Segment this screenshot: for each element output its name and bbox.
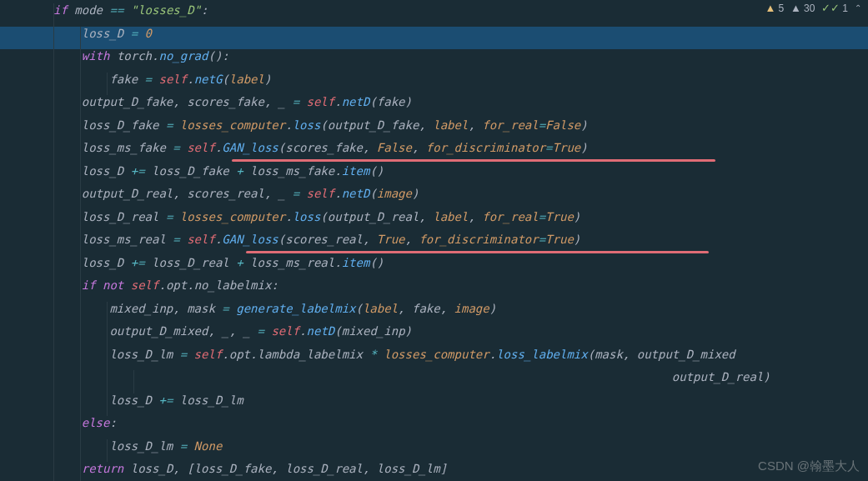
warning-icon: ▲ xyxy=(790,2,801,14)
code-line[interactable]: output_D_fake, scores_fake, _ = self.net… xyxy=(0,95,868,118)
code-line[interactable]: loss_ms_fake = self.GAN_loss(scores_fake… xyxy=(0,141,868,164)
annotation-underline-1 xyxy=(232,159,715,162)
code-line[interactable]: mixed_inp, mask = generate_labelmix(labe… xyxy=(0,302,868,325)
code-line[interactable]: output_D_real) xyxy=(0,370,868,393)
watermark: CSDN @翰墨大人 xyxy=(758,458,860,474)
code-line[interactable]: output_D_real, scores_real, _ = self.net… xyxy=(0,187,868,210)
warn1-count: 5 xyxy=(778,3,784,14)
editor-area: ▲ 5 ▲ 30 ✓✓ 1 ⌃ if mode == "losses_D": l… xyxy=(0,0,868,481)
code-line[interactable]: with torch.no_grad(): xyxy=(0,49,868,73)
warn2-count: 30 xyxy=(804,3,815,14)
code-line[interactable]: loss_D_lm = None xyxy=(0,439,868,463)
code-line[interactable]: loss_ms_real = self.GAN_loss(scores_real… xyxy=(0,233,868,256)
scroll-up-icon[interactable]: ⌃ xyxy=(855,3,861,13)
code-line[interactable]: loss_D_real = losses_computer.loss(outpu… xyxy=(0,210,868,233)
status-bar: ▲ 5 ▲ 30 ✓✓ 1 ⌃ xyxy=(765,2,861,14)
check-icon: ✓✓ xyxy=(821,2,840,14)
code-line[interactable]: loss_D += loss_D_lm xyxy=(0,393,868,417)
code-line[interactable]: if mode == "losses_D": xyxy=(0,3,868,27)
code-line[interactable]: loss_D_lm = self.opt.lambda_labelmix * l… xyxy=(0,348,868,371)
code-line[interactable]: else: xyxy=(0,416,868,439)
code-line[interactable]: output_D_mixed, _, _ = self.netD(mixed_i… xyxy=(0,324,868,348)
code-line[interactable]: return loss_D, [loss_D_fake, loss_D_real… xyxy=(0,462,868,481)
code-line[interactable]: loss_D += loss_D_real + loss_ms_real.ite… xyxy=(0,256,868,279)
check-count[interactable]: ✓✓ 1 xyxy=(821,2,848,14)
check-count-val: 1 xyxy=(842,3,848,14)
warning-icon: ▲ xyxy=(765,2,776,14)
code-content[interactable]: if mode == "losses_D": loss_D = 0 with t… xyxy=(0,3,868,481)
warning-count-1[interactable]: ▲ 5 xyxy=(765,2,785,14)
code-line-highlighted[interactable]: loss_D = 0 xyxy=(0,27,868,50)
warning-count-2[interactable]: ▲ 30 xyxy=(790,2,815,14)
code-line[interactable]: if not self.opt.no_labelmix: xyxy=(0,278,868,302)
annotation-underline-2 xyxy=(246,251,709,253)
code-line[interactable]: loss_D_fake = losses_computer.loss(outpu… xyxy=(0,118,868,142)
code-line[interactable]: loss_D += loss_D_fake + loss_ms_fake.ite… xyxy=(0,164,868,188)
code-line[interactable]: fake = self.netG(label) xyxy=(0,73,868,96)
